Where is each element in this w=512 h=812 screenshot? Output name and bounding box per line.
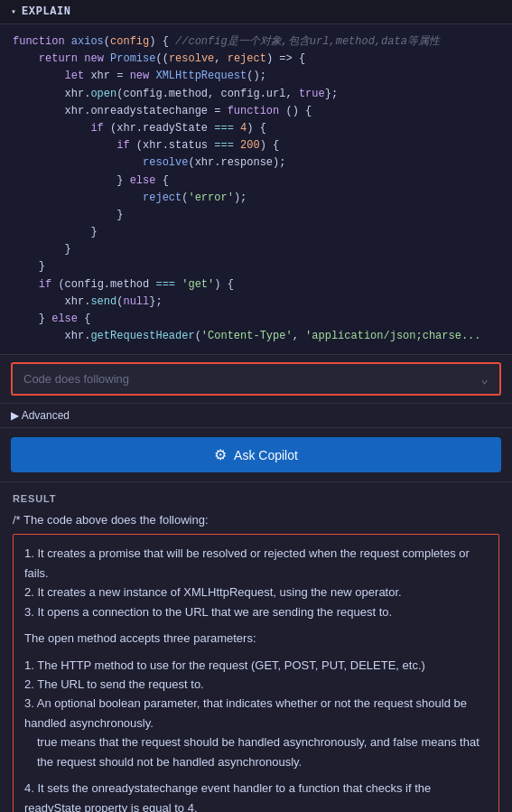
- result-text-item: true means that the request should be ha…: [24, 733, 488, 771]
- result-box: 1. It creates a promise that will be res…: [13, 534, 499, 812]
- code-line: }: [13, 207, 499, 224]
- result-text-item: 1. It creates a promise that will be res…: [24, 544, 488, 583]
- code-line: xhr.open(config.method, config.url, true…: [13, 86, 499, 103]
- code-line: } else {: [13, 311, 499, 328]
- code-line: reject('error');: [13, 190, 499, 207]
- dropdown-section: Code does following ⌄: [0, 355, 512, 404]
- code-line: if (config.method === 'get') {: [13, 276, 499, 294]
- code-line: function axios(config) { //config是一个对象,包…: [13, 33, 499, 51]
- code-line: }: [13, 258, 499, 275]
- code-line: if (xhr.readyState === 4) {: [13, 120, 499, 137]
- copilot-icon: ⚙: [214, 446, 227, 463]
- result-section: RESULT /* The code above does the follow…: [0, 482, 512, 812]
- ask-copilot-section: ⚙ Ask Copilot: [0, 428, 512, 482]
- code-line: if (xhr.status === 200) {: [13, 137, 499, 154]
- result-text-item: 3. An optional boolean parameter, that i…: [24, 694, 488, 733]
- result-text-item: The open method accepts three parameters…: [24, 629, 488, 648]
- code-line: let xhr = new XMLHttpRequest();: [13, 68, 499, 85]
- code-line: resolve(xhr.response);: [13, 154, 499, 172]
- code-block: function axios(config) { //config是一个对象,包…: [0, 24, 512, 355]
- result-label: RESULT: [13, 493, 499, 504]
- explain-title: EXPLAIN: [22, 5, 71, 18]
- result-text-item: 2. It creates a new instance of XMLHttpR…: [24, 583, 488, 602]
- code-line: xhr.onreadystatechange = function () {: [13, 103, 499, 120]
- result-text-item: 2. The URL to send the request to.: [24, 675, 488, 694]
- explain-header: ▾ EXPLAIN: [0, 0, 512, 24]
- advanced-section: ▶ Advanced: [0, 404, 512, 428]
- code-line: }: [13, 224, 499, 241]
- chevron-down-icon: ▾: [11, 6, 16, 17]
- code-line: } else {: [13, 173, 499, 190]
- code-line: }: [13, 241, 499, 258]
- code-line: xhr.getRequestHeader('Content-Type', 'ap…: [13, 328, 499, 345]
- result-text-item: 1. The HTTP method to use for the reques…: [24, 656, 488, 675]
- advanced-link[interactable]: ▶ Advanced: [11, 409, 501, 422]
- dropdown-label: Code does following: [23, 372, 129, 386]
- result-text-item: 3. It opens a connection to the URL that…: [24, 602, 488, 621]
- ask-copilot-label: Ask Copilot: [234, 448, 298, 462]
- code-line: xhr.send(null};: [13, 294, 499, 311]
- ask-copilot-button[interactable]: ⚙ Ask Copilot: [11, 437, 501, 472]
- dropdown-chevron-icon: ⌄: [481, 371, 489, 387]
- result-intro: /* The code above does the following:: [13, 513, 499, 527]
- code-line: return new Promise((resolve, reject) => …: [13, 51, 499, 68]
- code-does-following-dropdown[interactable]: Code does following ⌄: [11, 362, 501, 396]
- result-text-item: 4. It sets the onreadystatechange event …: [24, 779, 488, 812]
